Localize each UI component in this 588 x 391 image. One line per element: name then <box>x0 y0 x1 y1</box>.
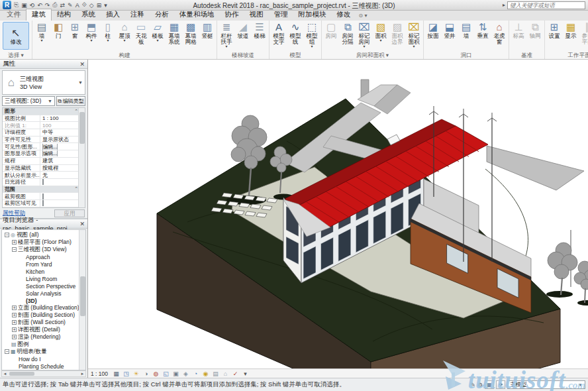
solar-panel[interactable] <box>256 213 267 217</box>
panel-label-房间和面积 ▾[interactable]: 房间和面积 ▾ <box>322 51 423 59</box>
ribbon-button-栏杆扶手[interactable]: ≣栏杆扶手▾ <box>219 21 234 48</box>
help-search-input[interactable] <box>507 1 585 9</box>
measure-icon[interactable]: ⇄ <box>60 2 66 9</box>
reveal-constraints-icon[interactable]: ✓ <box>231 370 240 378</box>
ribbon-button-屋顶[interactable]: ⌂屋顶▾ <box>117 21 132 42</box>
properties-close-icon[interactable]: ✕ <box>79 61 85 68</box>
ribbon-button-显示[interactable]: ▦显示 <box>563 21 579 39</box>
solar-panel[interactable] <box>244 196 255 200</box>
text-icon[interactable]: A <box>75 2 80 9</box>
tab-系统[interactable]: 系统 <box>76 9 101 21</box>
tab-附加模块[interactable]: 附加模块 <box>293 9 332 21</box>
ribbon-button-天花板[interactable]: ▭天花板 <box>133 21 149 45</box>
print-icon[interactable]: ⎙ <box>52 1 58 9</box>
ribbon-button-竖梃[interactable]: ▥竖梃 <box>199 21 215 39</box>
view-filter-dropdown[interactable]: 三维视图: (3D) ▼ <box>2 96 55 106</box>
revit-logo[interactable]: R <box>3 1 11 9</box>
expand-icon[interactable]: + <box>12 327 17 332</box>
tree-item-剖面 (Building Section)[interactable]: +剖面 (Building Section) <box>2 311 85 319</box>
design-options-icon[interactable]: ❖ <box>496 380 505 389</box>
panel-label-工作平面[interactable]: 工作平面 <box>545 51 588 59</box>
tree-item-How do I[interactable]: How do I <box>2 355 85 363</box>
checkbox[interactable] <box>42 200 44 206</box>
browser-hscrollbar[interactable]: ◄ ► <box>1 370 86 377</box>
save-icon[interactable]: ▣ <box>21 2 28 9</box>
edit-button[interactable]: 编辑... <box>42 144 58 150</box>
solar-panel[interactable] <box>250 204 261 209</box>
editing-requests-icon[interactable]: ⚙ <box>477 382 483 388</box>
property-row-裁剪区域可见[interactable]: 裁剪区域可见 <box>3 200 85 207</box>
solar-panel[interactable] <box>233 194 244 199</box>
ribbon-button-幕墙系统[interactable]: ▦幕墙 系统 <box>166 21 182 45</box>
solar-panel[interactable] <box>245 211 256 216</box>
tab-分析[interactable]: 分析 <box>150 9 174 21</box>
tab-结构[interactable]: 结构 <box>52 9 76 21</box>
ribbon-button-按面[interactable]: ◪按面 <box>425 21 441 39</box>
solar-panel[interactable] <box>222 193 232 197</box>
solar-panel[interactable] <box>211 207 222 212</box>
project-browser-close-icon[interactable]: ✕ <box>79 221 85 227</box>
modify-button[interactable]: ↖ 修改 <box>3 22 29 50</box>
render-icon[interactable]: ◍ <box>152 370 160 378</box>
tree-item-From Yard[interactable]: From Yard <box>2 260 85 268</box>
ribbon-button-楼板[interactable]: ▱楼板▾ <box>150 21 166 42</box>
tree-item-立面 (Building Elevation)[interactable]: +立面 (Building Elevation) <box>2 304 85 311</box>
collapse-icon[interactable]: − <box>5 349 9 354</box>
ribbon-button-房间分隔[interactable]: ⧉房间 分隔 <box>340 21 356 45</box>
ribbon-button-标记面积[interactable]: ⌧标记 面积▾ <box>406 21 422 48</box>
edit-button[interactable]: 编辑... <box>42 150 58 156</box>
panel-label-基准[interactable]: 基准 <box>509 51 544 59</box>
tree-item-剖面 (Wall Section)[interactable]: +剖面 (Wall Section) <box>2 319 85 326</box>
edit-type-button[interactable]: ⧉ 编辑类型 <box>56 96 85 106</box>
expand-icon[interactable]: + <box>12 306 17 310</box>
qat-menu-icon[interactable]: ▾ <box>103 2 108 9</box>
ribbon-button-门[interactable]: ◧门 <box>50 21 66 39</box>
tree-item-图例[interactable]: ▤图例 <box>2 341 85 348</box>
type-selector-dropdown-icon[interactable]: ▼ <box>78 80 85 85</box>
ribbon-button-竖井[interactable]: ⬓竖井 <box>442 21 458 39</box>
tree-item-楼层平面 (Floor Plan)[interactable]: +楼层平面 (Floor Plan) <box>2 239 85 246</box>
expand-icon[interactable]: + <box>12 320 17 325</box>
ribbon-button-窗[interactable]: ⊞窗 <box>67 21 83 39</box>
tab-体量和场地[interactable]: 体量和场地 <box>174 9 220 21</box>
open-icon[interactable]: ⎘ <box>13 1 19 9</box>
ribbon-button-模型线[interactable]: ∿模型 线 <box>287 21 303 45</box>
ribbon-button-模型文字[interactable]: A模型 文字 <box>271 21 287 45</box>
ribbon-button-模型组[interactable]: ⬚模型 组▾ <box>304 21 320 48</box>
lock-view-icon[interactable]: ◈ <box>181 370 190 378</box>
scroll-left-icon[interactable]: ◄ <box>2 372 8 376</box>
tree-item-明细表/数量[interactable]: −▦明细表/数量 <box>2 348 85 355</box>
tree-item-Section Perspective[interactable]: Section Perspective <box>2 282 85 290</box>
tree-item-Approach[interactable]: Approach <box>2 253 85 260</box>
ribbon-button-垂直[interactable]: ⇅垂直 <box>475 21 491 39</box>
panel-label-模型[interactable]: 模型 <box>270 51 321 59</box>
ribbon-button-老虎窗[interactable]: ⌂老虎窗 <box>491 21 507 45</box>
tab-修改[interactable]: 修改 <box>332 9 356 21</box>
ribbon-button-构件[interactable]: ⬒构件▾ <box>83 21 99 42</box>
ribbon-button-设置[interactable]: ⊞设置 <box>546 21 562 39</box>
type-selector[interactable]: ⌂ 三维视图 3D View ▼ <box>2 70 85 95</box>
viewbar-more-icon[interactable]: ▾ <box>241 370 250 378</box>
ribbon-options-icon[interactable]: ⊙ ▾ <box>359 13 368 19</box>
redo-icon[interactable]: ↷ <box>44 2 51 9</box>
tab-视图[interactable]: 视图 <box>244 9 269 21</box>
ribbon-button-柱[interactable]: ▯柱▾ <box>100 21 116 42</box>
ribbon-button-墙[interactable]: ▤墙 <box>458 21 474 39</box>
panel-label-楼梯坡道[interactable]: 楼梯坡道 <box>217 51 269 59</box>
drawing-area[interactable]: 1 : 100 ▦◳☀◑◍◱▣◈◔◉▤⌂✓▾ <box>88 60 588 378</box>
ribbon-button-坡道[interactable]: ◢坡道 <box>235 21 251 39</box>
sync-icon[interactable]: ⟲ <box>29 2 36 9</box>
view-scale-button[interactable]: 1 : 100 <box>91 370 108 377</box>
hide-analytical-icon[interactable]: ⌂ <box>221 370 230 378</box>
ribbon-button-楼梯[interactable]: ☰楼梯 <box>252 21 268 39</box>
checkbox[interactable] <box>42 194 44 199</box>
ribbon-button-面积[interactable]: ▧面积▾ <box>373 21 389 42</box>
tab-file[interactable]: 文件 <box>1 9 26 21</box>
tree-item-Living Room[interactable]: Living Room <box>2 275 85 282</box>
collapse-icon[interactable]: − <box>5 233 9 237</box>
solar-panel[interactable] <box>222 209 233 213</box>
active-workset-icon[interactable]: ▦ <box>485 380 494 389</box>
tree-item-三维视图 (3D View)[interactable]: −三维视图 (3D View) <box>2 246 85 253</box>
solar-panel[interactable] <box>267 198 277 203</box>
solar-panel[interactable] <box>239 203 250 207</box>
